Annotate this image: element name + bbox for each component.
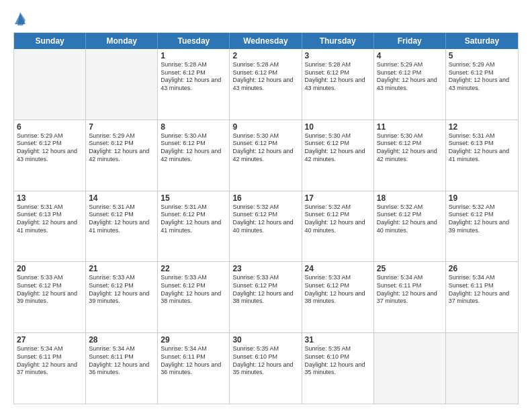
day-number: 18: [377, 193, 443, 203]
day-number: 8: [161, 122, 226, 132]
day-number: 15: [161, 193, 226, 203]
day-info: Sunrise: 5:30 AM Sunset: 6:12 PM Dayligh…: [377, 132, 443, 164]
day-cell: 6Sunrise: 5:29 AM Sunset: 6:12 PM Daylig…: [14, 120, 86, 191]
day-cell: [374, 333, 446, 404]
day-cell: 22Sunrise: 5:33 AM Sunset: 6:12 PM Dayli…: [158, 262, 230, 332]
calendar: SundayMondayTuesdayWednesdayThursdayFrid…: [13, 32, 519, 404]
day-info: Sunrise: 5:29 AM Sunset: 6:12 PM Dayligh…: [17, 132, 83, 164]
day-cell: 25Sunrise: 5:34 AM Sunset: 6:11 PM Dayli…: [374, 262, 446, 332]
day-number: 25: [377, 264, 443, 273]
day-number: 16: [232, 193, 298, 203]
day-header-monday: Monday: [86, 33, 158, 49]
day-number: 26: [449, 264, 515, 273]
day-cell: 18Sunrise: 5:32 AM Sunset: 6:12 PM Dayli…: [374, 191, 446, 262]
day-cell: 17Sunrise: 5:32 AM Sunset: 6:12 PM Dayli…: [302, 191, 374, 262]
day-cell: 10Sunrise: 5:30 AM Sunset: 6:12 PM Dayli…: [302, 120, 374, 191]
day-number: 29: [161, 335, 226, 345]
day-cell: 5Sunrise: 5:29 AM Sunset: 6:12 PM Daylig…: [446, 49, 518, 120]
day-info: Sunrise: 5:30 AM Sunset: 6:12 PM Dayligh…: [161, 132, 226, 164]
day-cell: 29Sunrise: 5:34 AM Sunset: 6:11 PM Dayli…: [158, 333, 230, 404]
day-number: 24: [305, 264, 371, 273]
day-number: 22: [161, 264, 226, 273]
day-number: 1: [161, 51, 226, 60]
day-info: Sunrise: 5:34 AM Sunset: 6:11 PM Dayligh…: [89, 345, 154, 377]
day-info: Sunrise: 5:34 AM Sunset: 6:11 PM Dayligh…: [377, 274, 443, 306]
day-info: Sunrise: 5:33 AM Sunset: 6:12 PM Dayligh…: [232, 274, 298, 306]
day-info: Sunrise: 5:34 AM Sunset: 6:11 PM Dayligh…: [161, 345, 226, 377]
calendar-row-4: 20Sunrise: 5:33 AM Sunset: 6:12 PM Dayli…: [14, 261, 518, 332]
header: [13, 11, 519, 27]
day-header-wednesday: Wednesday: [230, 33, 302, 49]
day-number: 7: [89, 122, 154, 132]
day-info: Sunrise: 5:31 AM Sunset: 6:13 PM Dayligh…: [449, 132, 515, 164]
day-cell: 30Sunrise: 5:35 AM Sunset: 6:10 PM Dayli…: [230, 333, 302, 404]
calendar-row-5: 27Sunrise: 5:34 AM Sunset: 6:11 PM Dayli…: [14, 332, 518, 404]
day-info: Sunrise: 5:28 AM Sunset: 6:12 PM Dayligh…: [161, 61, 226, 93]
day-info: Sunrise: 5:32 AM Sunset: 6:12 PM Dayligh…: [449, 203, 515, 235]
day-info: Sunrise: 5:30 AM Sunset: 6:12 PM Dayligh…: [232, 132, 298, 164]
day-number: 31: [305, 335, 371, 345]
day-header-tuesday: Tuesday: [158, 33, 230, 49]
day-cell: [86, 49, 158, 120]
page: SundayMondayTuesdayWednesdayThursdayFrid…: [0, 0, 532, 411]
day-cell: 1Sunrise: 5:28 AM Sunset: 6:12 PM Daylig…: [158, 49, 230, 120]
day-cell: 9Sunrise: 5:30 AM Sunset: 6:12 PM Daylig…: [230, 120, 302, 191]
day-number: 20: [17, 264, 83, 273]
day-cell: [14, 49, 86, 120]
day-number: 13: [17, 193, 83, 203]
day-cell: 24Sunrise: 5:33 AM Sunset: 6:12 PM Dayli…: [302, 262, 374, 332]
day-cell: 3Sunrise: 5:28 AM Sunset: 6:12 PM Daylig…: [302, 49, 374, 120]
day-number: 4: [377, 51, 443, 60]
day-info: Sunrise: 5:33 AM Sunset: 6:12 PM Dayligh…: [89, 274, 154, 306]
day-info: Sunrise: 5:29 AM Sunset: 6:12 PM Dayligh…: [377, 61, 443, 93]
calendar-body: 1Sunrise: 5:28 AM Sunset: 6:12 PM Daylig…: [14, 49, 518, 404]
day-number: 6: [17, 122, 83, 132]
day-info: Sunrise: 5:34 AM Sunset: 6:11 PM Dayligh…: [449, 274, 515, 306]
day-number: 19: [449, 193, 515, 203]
day-number: 21: [89, 264, 154, 273]
day-number: 14: [89, 193, 154, 203]
calendar-row-3: 13Sunrise: 5:31 AM Sunset: 6:13 PM Dayli…: [14, 191, 518, 262]
day-cell: 31Sunrise: 5:35 AM Sunset: 6:10 PM Dayli…: [302, 333, 374, 404]
day-info: Sunrise: 5:33 AM Sunset: 6:12 PM Dayligh…: [161, 274, 226, 306]
day-info: Sunrise: 5:33 AM Sunset: 6:12 PM Dayligh…: [305, 274, 371, 306]
day-info: Sunrise: 5:30 AM Sunset: 6:12 PM Dayligh…: [305, 132, 371, 164]
day-info: Sunrise: 5:35 AM Sunset: 6:10 PM Dayligh…: [232, 345, 298, 377]
day-number: 12: [449, 122, 515, 132]
day-info: Sunrise: 5:32 AM Sunset: 6:12 PM Dayligh…: [377, 203, 443, 235]
day-info: Sunrise: 5:32 AM Sunset: 6:12 PM Dayligh…: [305, 203, 371, 235]
day-info: Sunrise: 5:34 AM Sunset: 6:11 PM Dayligh…: [17, 345, 83, 377]
logo-icon: [13, 11, 27, 27]
day-header-saturday: Saturday: [446, 33, 518, 49]
day-header-friday: Friday: [374, 33, 446, 49]
day-info: Sunrise: 5:28 AM Sunset: 6:12 PM Dayligh…: [232, 61, 298, 93]
day-number: 11: [377, 122, 443, 132]
day-cell: 4Sunrise: 5:29 AM Sunset: 6:12 PM Daylig…: [374, 49, 446, 120]
day-number: 2: [232, 51, 298, 60]
day-info: Sunrise: 5:31 AM Sunset: 6:12 PM Dayligh…: [89, 203, 154, 235]
day-cell: 15Sunrise: 5:31 AM Sunset: 6:12 PM Dayli…: [158, 191, 230, 262]
day-info: Sunrise: 5:35 AM Sunset: 6:10 PM Dayligh…: [305, 345, 371, 377]
day-info: Sunrise: 5:31 AM Sunset: 6:13 PM Dayligh…: [17, 203, 83, 235]
day-cell: 11Sunrise: 5:30 AM Sunset: 6:12 PM Dayli…: [374, 120, 446, 191]
day-cell: 14Sunrise: 5:31 AM Sunset: 6:12 PM Dayli…: [86, 191, 158, 262]
day-info: Sunrise: 5:31 AM Sunset: 6:12 PM Dayligh…: [161, 203, 226, 235]
day-cell: 13Sunrise: 5:31 AM Sunset: 6:13 PM Dayli…: [14, 191, 86, 262]
day-header-sunday: Sunday: [14, 33, 86, 49]
day-info: Sunrise: 5:29 AM Sunset: 6:12 PM Dayligh…: [89, 132, 154, 164]
day-number: 27: [17, 335, 83, 345]
day-cell: 19Sunrise: 5:32 AM Sunset: 6:12 PM Dayli…: [446, 191, 518, 262]
day-cell: 20Sunrise: 5:33 AM Sunset: 6:12 PM Dayli…: [14, 262, 86, 332]
day-cell: 28Sunrise: 5:34 AM Sunset: 6:11 PM Dayli…: [86, 333, 158, 404]
day-number: 3: [305, 51, 371, 60]
day-number: 23: [232, 264, 298, 273]
day-number: 30: [232, 335, 298, 345]
day-number: 5: [449, 51, 515, 60]
day-number: 28: [89, 335, 154, 345]
day-cell: 23Sunrise: 5:33 AM Sunset: 6:12 PM Dayli…: [230, 262, 302, 332]
day-info: Sunrise: 5:28 AM Sunset: 6:12 PM Dayligh…: [305, 61, 371, 93]
calendar-header: SundayMondayTuesdayWednesdayThursdayFrid…: [14, 33, 518, 49]
calendar-row-1: 1Sunrise: 5:28 AM Sunset: 6:12 PM Daylig…: [14, 49, 518, 120]
day-cell: 2Sunrise: 5:28 AM Sunset: 6:12 PM Daylig…: [230, 49, 302, 120]
calendar-row-2: 6Sunrise: 5:29 AM Sunset: 6:12 PM Daylig…: [14, 120, 518, 191]
